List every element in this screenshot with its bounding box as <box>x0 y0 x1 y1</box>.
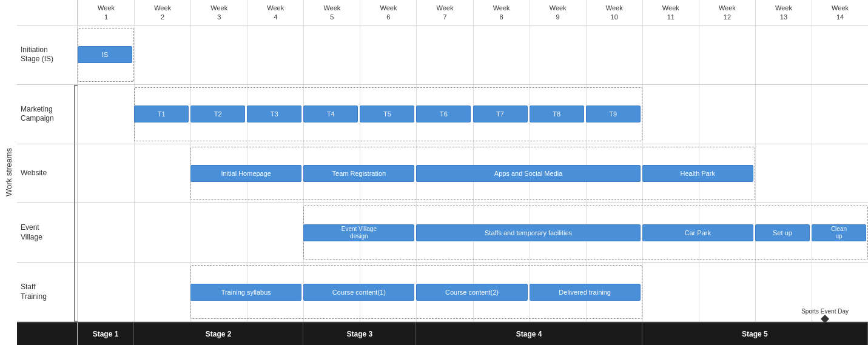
bar-marketing-8: T9 <box>586 106 641 122</box>
grid-line <box>699 263 699 321</box>
week-header-10: Week10 <box>586 0 642 25</box>
week-header-13: Week13 <box>755 0 812 25</box>
sports-event-overlay: Sports Event Day <box>801 308 849 322</box>
header-row: Week1Week2Week3Week4Week5Week6Week7Week8… <box>17 0 868 25</box>
grid-line <box>755 263 756 321</box>
row-label-eventvillage: EventVillage <box>17 203 78 262</box>
grid-line <box>586 25 587 84</box>
gantt-row-stafftraining: StaffTrainingTraining syllabusCourse con… <box>17 263 868 322</box>
grid-line <box>360 25 360 84</box>
week-header-11: Week11 <box>642 0 699 25</box>
grid-line <box>473 25 474 84</box>
grid-line <box>812 25 812 84</box>
grid-line <box>134 144 135 203</box>
bar-website-1: Team Registration <box>303 165 414 182</box>
bar-eventvillage-0: Event Villagedesign <box>303 224 414 241</box>
row-timeline-stafftraining: Training syllabusCourse content(1)Course… <box>78 263 868 321</box>
row-label-marketing: MarketingCampaign <box>17 85 78 144</box>
sports-event-text: Sports Event Day <box>801 308 849 315</box>
y-axis-label: Work streams <box>0 0 17 345</box>
bar-marketing-4: T5 <box>360 106 414 122</box>
bar-marketing-7: T8 <box>530 106 584 122</box>
week-header-14: Week14 <box>812 0 868 25</box>
bar-eventvillage-1: Staffs and temporary facilities <box>416 224 640 241</box>
stage-footer-spacer <box>17 323 78 345</box>
row-timeline-initiation: IS <box>78 25 868 84</box>
gantt-row-marketing: MarketingCampaignT1T2T3T4T5T6T7T8T9 <box>17 85 868 144</box>
week-headers: Week1Week2Week3Week4Week5Week6Week7Week8… <box>78 0 868 25</box>
bar-marketing-3: T4 <box>303 106 358 122</box>
bar-website-2: Apps and Social Media <box>416 165 640 182</box>
grid-line <box>190 203 191 262</box>
grid-line <box>642 263 643 321</box>
bar-marketing-6: T7 <box>473 106 528 122</box>
stage-cell-stage-4: Stage 4 <box>416 323 642 345</box>
grid-line <box>416 25 417 84</box>
grid-line <box>812 85 812 144</box>
bar-stafftraining-1: Course content(1) <box>303 284 414 301</box>
gantt-main: Week1Week2Week3Week4Week5Week6Week7Week8… <box>17 0 868 345</box>
week-header-3: Week3 <box>190 0 247 25</box>
grid-line <box>755 144 756 203</box>
gantt-chart: Work streams Week1Week2Week3Week4Week5We… <box>0 0 868 345</box>
bar-website-0: Initial Homepage <box>190 165 301 182</box>
week-header-6: Week6 <box>360 0 416 25</box>
grid-line <box>755 25 756 84</box>
stage-cells: Stage 1Stage 2Stage 3Stage 4Stage 5 <box>78 323 868 345</box>
grid-line <box>247 203 247 262</box>
row-label-website: Website <box>17 144 78 203</box>
week-header-7: Week7 <box>416 0 473 25</box>
grid-line <box>247 25 247 84</box>
grid-line <box>812 144 812 203</box>
week-header-5: Week5 <box>303 0 360 25</box>
row-timeline-eventvillage: Event VillagedesignStaffs and temporary … <box>78 203 868 262</box>
bar-initiation-0: IS <box>78 46 132 63</box>
stage-cell-stage-2: Stage 2 <box>134 323 303 345</box>
grid-line <box>134 203 135 262</box>
week-header-1: Week1 <box>78 0 134 25</box>
bar-marketing-5: T6 <box>416 106 471 122</box>
grid-line <box>699 85 699 144</box>
grid-line <box>699 25 699 84</box>
bar-marketing-2: T3 <box>247 106 301 122</box>
bar-eventvillage-2: Car Park <box>642 224 753 241</box>
gantt-row-eventvillage: EventVillageEvent VillagedesignStaffs an… <box>17 203 868 263</box>
bar-marketing-1: T2 <box>190 106 245 122</box>
week-header-2: Week2 <box>134 0 190 25</box>
grid-line <box>642 85 643 144</box>
gantt-body: InitiationStage (IS)ISMarketingCampaignT… <box>17 25 868 322</box>
bar-marketing-0: T1 <box>134 106 189 122</box>
stage-footer: Stage 1Stage 2Stage 3Stage 4Stage 5 <box>17 322 868 345</box>
week-header-9: Week9 <box>530 0 586 25</box>
week-header-12: Week12 <box>699 0 755 25</box>
stage-cell-stage-1: Stage 1 <box>78 323 134 345</box>
row-timeline-marketing: T1T2T3T4T5T6T7T8T9 <box>78 85 868 144</box>
grid-line <box>642 25 643 84</box>
bar-eventvillage-4: Cleanup <box>812 224 866 241</box>
week-header-8: Week8 <box>473 0 530 25</box>
bar-stafftraining-3: Delivered training <box>530 284 641 301</box>
row-label-initiation: InitiationStage (IS) <box>17 25 78 84</box>
bar-stafftraining-2: Course content(2) <box>416 284 527 301</box>
week-header-4: Week4 <box>247 0 303 25</box>
row-timeline-website: Initial HomepageTeam RegistrationApps an… <box>78 144 868 203</box>
bar-eventvillage-3: Set up <box>755 224 810 241</box>
grid-line <box>134 263 135 321</box>
row-label-stafftraining: StaffTraining <box>17 263 78 321</box>
grid-line <box>134 25 135 84</box>
grid-line <box>190 25 191 84</box>
header-spacer <box>17 0 78 25</box>
gantt-row-website: WebsiteInitial HomepageTeam Registration… <box>17 144 868 204</box>
bar-website-3: Health Park <box>642 165 753 182</box>
grid-line <box>303 25 304 84</box>
gantt-row-initiation: InitiationStage (IS)IS <box>17 25 868 85</box>
stage-cell-stage-3: Stage 3 <box>303 323 416 345</box>
bar-stafftraining-0: Training syllabus <box>190 284 301 301</box>
grid-line <box>530 25 530 84</box>
diamond-icon <box>821 315 829 323</box>
stage-cell-stage-5: Stage 5 <box>642 323 868 345</box>
work-streams-brace <box>74 85 78 322</box>
grid-line <box>755 85 756 144</box>
